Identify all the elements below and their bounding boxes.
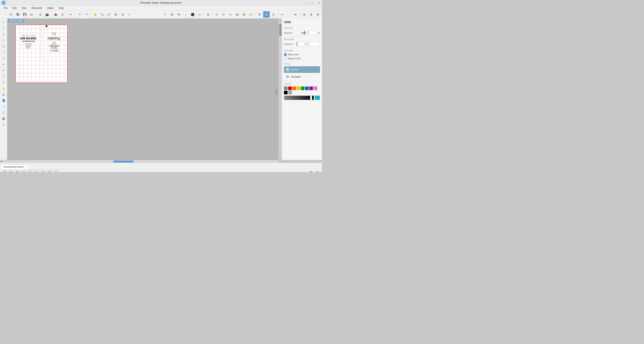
import-button[interactable]: 📥 xyxy=(52,11,59,18)
line-color-tool[interactable]: ▭ xyxy=(196,11,202,18)
tab-thanksgiving[interactable]: thanksgiving.studio3 ✕ xyxy=(1,165,29,169)
add-btn[interactable]: ⊕ xyxy=(47,170,52,172)
target-btn[interactable]: ⊙ xyxy=(53,170,59,172)
spacing-down[interactable]: ▼ xyxy=(307,33,310,35)
menu-file[interactable]: File xyxy=(2,6,10,10)
rotate-btn[interactable]: ↺ xyxy=(28,170,33,172)
color-gradient-bar[interactable] xyxy=(284,95,314,100)
cut-style-tool[interactable]: ✂ xyxy=(279,11,285,18)
more1-tool[interactable]: ⊕ xyxy=(301,11,308,18)
library-button[interactable]: 📚 xyxy=(14,11,21,18)
gradient-thumb[interactable] xyxy=(310,95,312,101)
arrange-group-btn[interactable]: ⊟ xyxy=(8,170,14,172)
fullscreen-button[interactable]: ⤢ xyxy=(126,11,133,18)
cut-button[interactable]: ✂ xyxy=(68,11,74,18)
show-grid-checkbox[interactable]: ✓ xyxy=(284,53,287,56)
close-button[interactable]: ✕ xyxy=(316,0,322,6)
bezier-tool[interactable]: ∿ xyxy=(0,61,7,67)
refresh-btn[interactable]: ↻ xyxy=(315,170,320,172)
swatch-blue[interactable] xyxy=(305,86,309,90)
weld-tool[interactable]: ⊎ xyxy=(227,11,234,18)
zoom-in-button[interactable]: 🔍 xyxy=(99,11,105,18)
style-isometric-option[interactable]: Isometric xyxy=(284,74,320,80)
divisions-input[interactable] xyxy=(296,42,306,46)
text-tool-btn[interactable]: A xyxy=(205,11,211,18)
swatch-red[interactable] xyxy=(288,86,292,90)
replicate-btn[interactable]: ⧉ xyxy=(40,170,46,172)
panel-toggle[interactable]: » xyxy=(275,89,278,95)
swatch-orange[interactable] xyxy=(292,86,296,90)
canvas-scrollbar-vertical[interactable]: ▲ ▼ xyxy=(278,18,282,160)
swatch-black[interactable] xyxy=(284,91,288,94)
h-scroll-thumb[interactable] xyxy=(113,161,133,163)
delete-btn[interactable]: ✕ xyxy=(34,170,40,172)
menu-edit[interactable]: Edit xyxy=(10,6,18,10)
trace-button[interactable]: ⊡ xyxy=(59,11,66,18)
spacing-up[interactable]: ▲ xyxy=(307,30,310,33)
snap-to-grid-checkbox[interactable] xyxy=(284,57,287,60)
scroll-thumb[interactable] xyxy=(279,24,282,36)
ellipse-tool[interactable]: ○ xyxy=(0,49,7,55)
redo-button[interactable]: ↷ xyxy=(83,11,90,18)
layers-tool[interactable]: ☰ xyxy=(256,11,263,18)
zoom-mode-button[interactable]: ⊟ xyxy=(120,11,126,18)
calligraphy-tool[interactable]: C xyxy=(0,74,7,79)
save-alt-button[interactable]: 🗃 xyxy=(28,11,35,18)
swatch-purple[interactable] xyxy=(309,86,313,90)
star-tool[interactable]: ⭐ xyxy=(0,86,7,91)
divisions-down[interactable]: ▼ xyxy=(307,44,310,46)
horizontal-scrollbar[interactable]: ◀ ▶ xyxy=(0,160,282,163)
fill-left-tool[interactable]: 🪣 xyxy=(0,98,7,103)
cut-area-tool[interactable]: ⬜ xyxy=(0,110,7,115)
new-button[interactable]: 📄 xyxy=(1,11,7,18)
duplicate-button[interactable]: ⧉ xyxy=(8,11,14,18)
save-button[interactable]: 💾 xyxy=(21,11,28,18)
pointer-tool[interactable]: ↖ xyxy=(162,11,168,18)
pattern-tool[interactable]: ⣿ xyxy=(270,11,276,18)
fit-button[interactable]: ⊞ xyxy=(112,11,119,18)
line2-tool[interactable]: ╱ xyxy=(0,80,7,85)
rect-tool[interactable]: □ xyxy=(0,37,7,43)
spacing-input[interactable] xyxy=(296,31,306,34)
replicate-tool[interactable]: ⧉ xyxy=(176,11,182,18)
scroll-track[interactable] xyxy=(279,22,282,157)
transform-tool[interactable]: ↔ xyxy=(182,11,189,18)
scroll-down-arrow[interactable]: ▼ xyxy=(279,157,282,160)
scroll-right-arrow[interactable]: ▶ xyxy=(279,160,282,163)
page-setup-tool[interactable]: 📄 xyxy=(286,11,292,18)
menu-object[interactable]: Object xyxy=(45,6,56,10)
rounded-tool[interactable]: ▢ xyxy=(0,43,7,49)
print-button[interactable]: 🖨 xyxy=(37,11,43,18)
knife-tool[interactable]: ⚔ xyxy=(214,11,220,18)
settings-btn[interactable]: ⚙ xyxy=(308,170,314,172)
print-cut-button[interactable]: 📠 xyxy=(44,11,50,18)
spacing-input-container[interactable]: ▲ ▼ xyxy=(296,30,316,35)
undo-button[interactable]: ↶ xyxy=(76,11,83,18)
text-left-tool[interactable]: A xyxy=(0,92,7,97)
line-tool[interactable]: ╲ xyxy=(0,31,7,37)
divisions-input-container[interactable]: ▲ ▼ xyxy=(296,42,320,46)
scroll-up-arrow[interactable]: ▲ xyxy=(279,18,282,22)
library2-tool[interactable]: 📂 xyxy=(248,11,254,18)
fill-tool-btn[interactable]: ⬛ xyxy=(189,11,196,18)
polygon-tool[interactable]: ⬡ xyxy=(0,55,7,61)
swatch-yellow[interactable] xyxy=(297,86,300,90)
style-square-option[interactable]: Square xyxy=(284,66,320,73)
select-tool[interactable]: ↖ xyxy=(0,19,7,25)
minimize-button[interactable]: ─ xyxy=(303,0,309,6)
swatch-white[interactable] xyxy=(292,91,296,94)
arrange-dist-btn[interactable]: ⊡ xyxy=(21,170,26,172)
tab-close-btn[interactable]: ✕ xyxy=(25,166,26,168)
restore-button[interactable]: □ xyxy=(309,0,316,6)
eyedropper-tool[interactable]: 💉 xyxy=(0,104,7,109)
swatch-light-gray[interactable] xyxy=(288,91,292,94)
divisions-up[interactable]: ▲ xyxy=(307,42,310,44)
portrait-tool[interactable]: 🖼 xyxy=(0,116,7,121)
send-tool[interactable]: ➤ xyxy=(292,11,299,18)
node-tool[interactable]: ⊹ xyxy=(0,25,7,31)
align-tool[interactable]: ⊠ xyxy=(234,11,240,18)
swatch-green[interactable] xyxy=(301,86,304,90)
zoom-out-button[interactable]: 🔎 xyxy=(106,11,112,18)
arrange-grid-btn[interactable]: ⊞ xyxy=(2,170,7,172)
pencil-tool[interactable]: ✏ xyxy=(0,68,7,73)
